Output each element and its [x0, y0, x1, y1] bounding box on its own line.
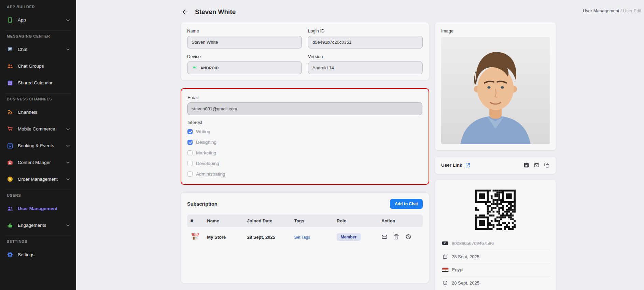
interest-label: Designing — [196, 140, 216, 145]
copy-icon[interactable] — [544, 162, 550, 168]
checkbox-unchecked-icon[interactable] — [187, 161, 193, 166]
role-badge: Member — [337, 233, 361, 241]
column-header-joined-date: Joined Date — [244, 215, 291, 227]
sidebar-item-app[interactable]: App — [0, 12, 76, 28]
sidebar-item-engagements[interactable]: Engagements — [0, 217, 76, 234]
sidebar-item-order-management[interactable]: $Order Management — [0, 171, 76, 188]
email-label: Email — [187, 95, 422, 100]
clock-icon — [442, 280, 448, 286]
checkbox-unchecked-icon[interactable] — [187, 150, 193, 155]
version-label: Version — [308, 54, 423, 59]
external-link-icon[interactable] — [465, 163, 471, 168]
sidebar-item-mobile-commerce[interactable]: Mobile Commerce — [0, 121, 76, 137]
row-joined-date: 28 Sept, 2025 — [244, 227, 291, 247]
sidebar-section-header: SETTINGS — [0, 236, 76, 246]
sidebar-item-label: Mobile Commerce — [18, 126, 55, 132]
interest-option-designing[interactable]: Designing — [187, 140, 422, 145]
mail-icon[interactable] — [381, 234, 388, 240]
interest-option-developing[interactable]: Developing — [187, 161, 422, 166]
ban-icon[interactable] — [405, 234, 411, 240]
sidebar-item-label: Channels — [18, 110, 37, 115]
interest-label: Writing — [196, 129, 210, 134]
user-link-card: User Link — [435, 156, 556, 174]
linkedin-icon[interactable] — [523, 162, 529, 168]
settings-icon — [7, 251, 13, 258]
user-management-icon — [7, 205, 13, 212]
sidebar-item-label: Shared Calendar — [18, 80, 53, 85]
login-id-field: Login ID — [308, 28, 423, 49]
user-link-actions — [523, 162, 550, 168]
add-to-chat-button[interactable]: Add to Chat — [390, 199, 423, 209]
sidebar-item-settings[interactable]: Settings — [0, 246, 76, 263]
content-columns: Name Login ID Device ANDROID — [76, 16, 644, 290]
email-field: Email — [187, 95, 422, 115]
sidebar-item-label: Engagements — [18, 223, 46, 228]
sidebar-item-chat[interactable]: Chat — [0, 41, 76, 58]
sidebar-item-label: Order Management — [18, 177, 58, 182]
interest-list: WritingDesigningMarketingDevelopingAdmin… — [187, 129, 422, 177]
version-field: Version — [308, 54, 423, 74]
chevron-down-icon — [65, 223, 71, 228]
joined-date-row: 28 Sept, 2025 — [440, 250, 550, 263]
subscription-title: Subscription — [187, 201, 218, 207]
device-field: Device ANDROID — [187, 54, 302, 74]
row-name: My Store — [204, 227, 243, 247]
checkbox-unchecked-icon[interactable] — [187, 171, 193, 177]
table-header-row: # Name Joined Date Tags Role Action — [187, 215, 423, 227]
set-tags-link[interactable]: Set Tags — [294, 235, 310, 240]
table-row: My Store 28 Sept, 2025 Set Tags Member — [187, 227, 423, 247]
mobile-commerce-icon — [7, 126, 13, 132]
image-label: Image — [441, 28, 550, 33]
user-link-label: User Link — [441, 163, 462, 168]
breadcrumb-parent[interactable]: User Management — [583, 8, 619, 13]
email-input[interactable] — [187, 102, 422, 115]
breadcrumb: User Management / User Edit — [583, 8, 641, 13]
sidebar-item-channels[interactable]: Channels — [0, 104, 76, 121]
svg-text:$: $ — [9, 177, 11, 181]
mail-icon[interactable] — [534, 162, 540, 168]
subscription-card: Subscription Add to Chat # Name Joined D… — [181, 192, 429, 283]
interest-label: Administrating — [196, 171, 225, 177]
column-header-tags: Tags — [291, 215, 333, 227]
egypt-flag-icon — [442, 267, 449, 272]
interest-option-marketing[interactable]: Marketing — [187, 150, 422, 155]
sidebar-item-label: Content Manger — [18, 160, 51, 165]
android-icon — [192, 65, 198, 71]
qr-info-card: ID 90089656709467586 28 Sept, 2025 Egypt… — [435, 180, 556, 290]
chevron-down-icon — [65, 160, 71, 165]
store-icon — [191, 232, 200, 241]
row-actions — [381, 234, 411, 240]
checkbox-checked-icon[interactable] — [187, 129, 193, 134]
sidebar-item-shared-calendar[interactable]: Shared Calendar — [0, 74, 76, 91]
chevron-down-icon — [65, 47, 71, 52]
user-photo — [441, 37, 550, 144]
topbar: Steven White User Management / User Edit — [76, 0, 644, 16]
sidebar-item-label: Chat Groups — [18, 64, 44, 69]
interest-option-administrating[interactable]: Administrating — [187, 171, 422, 177]
chevron-down-icon — [65, 126, 71, 132]
column-header-name: Name — [204, 215, 243, 227]
sidebar-item-chat-groups[interactable]: Chat Groups — [0, 58, 76, 74]
trash-icon[interactable] — [393, 234, 400, 240]
device-input[interactable]: ANDROID — [187, 61, 302, 74]
checkbox-checked-icon[interactable] — [187, 140, 193, 145]
name-input[interactable] — [187, 36, 302, 49]
order-management-icon: $ — [7, 176, 13, 182]
booking-events-icon — [7, 142, 13, 149]
sidebar-item-user-management[interactable]: User Management — [0, 200, 76, 217]
sidebar-item-content-manger[interactable]: Content Manger — [0, 154, 76, 171]
calendar-icon — [442, 254, 448, 259]
version-input[interactable] — [308, 61, 423, 74]
login-id-input[interactable] — [308, 36, 423, 49]
name-field: Name — [187, 28, 302, 49]
chevron-down-icon — [65, 17, 71, 23]
subscription-table: # Name Joined Date Tags Role Action — [187, 215, 423, 247]
sidebar-item-booking-events[interactable]: Booking & Events — [0, 137, 76, 154]
column-header-action: Action — [378, 215, 423, 227]
app-root: APP BUILDERAppMESSAGING CENTERChatChat G… — [0, 0, 644, 290]
column-header-role: Role — [333, 215, 378, 227]
device-label: Device — [187, 54, 302, 59]
last-seen-value: 28 Sept, 2025 — [452, 280, 479, 286]
back-button[interactable] — [181, 8, 190, 16]
interest-option-writing[interactable]: Writing — [187, 129, 422, 134]
